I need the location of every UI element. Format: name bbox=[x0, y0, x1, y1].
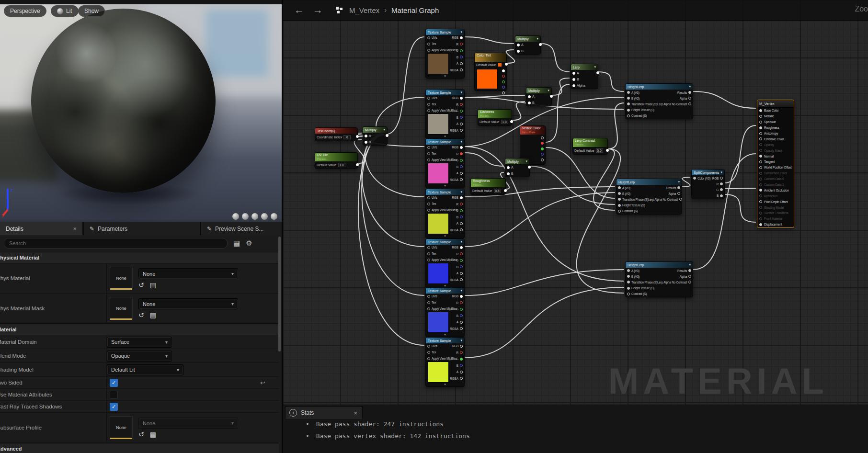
output-pin[interactable] bbox=[502, 91, 505, 94]
output-pin-r[interactable] bbox=[460, 43, 463, 45]
texture-thumbnail[interactable] bbox=[428, 213, 449, 234]
preview-shape-plane-button[interactable] bbox=[261, 213, 268, 220]
input-pin-displacement[interactable] bbox=[759, 223, 762, 226]
input-pin-a[interactable] bbox=[365, 135, 367, 137]
reset-to-default-icon[interactable]: ↩ bbox=[260, 379, 265, 386]
node-texcoord-0-texcoord[interactable]: TexCoord[0]Coordinate Index0 bbox=[315, 127, 358, 141]
input-pin-b-v3[interactable] bbox=[627, 275, 630, 278]
node-heightlerp-hl1[interactable]: HeightLerp▾A (V3)ResultsB (V3)AlphaTrans… bbox=[625, 83, 693, 119]
output-pin[interactable] bbox=[541, 142, 544, 145]
node-roughness-roughness[interactable]: RoughnessParam...Default Value0.5 bbox=[470, 178, 506, 195]
browse-asset-icon[interactable]: ▤ bbox=[150, 312, 156, 318]
output-pin[interactable] bbox=[502, 80, 505, 83]
texture-thumbnail[interactable] bbox=[428, 312, 449, 333]
collapse-chevron-icon[interactable]: ▾ bbox=[444, 383, 446, 386]
input-pin-shading-model[interactable] bbox=[759, 206, 762, 209]
input-pin-b[interactable] bbox=[528, 102, 531, 104]
node-texture-sample-ts3[interactable]: Texture Sample▾UVsTexApply View MipBiasR… bbox=[425, 138, 465, 188]
preview-shape-custom-button[interactable] bbox=[270, 213, 278, 220]
output-pin[interactable] bbox=[504, 189, 507, 192]
input-pin-pixel-depth-offset[interactable] bbox=[759, 200, 762, 203]
input-pin-ambient-occlusion[interactable] bbox=[759, 189, 762, 192]
node-lerp-lerp1[interactable]: Lerp▾ABAlpha bbox=[571, 64, 598, 89]
shading-model-dropdown[interactable]: Default Lit▾ bbox=[107, 364, 183, 375]
output-pin-g[interactable] bbox=[460, 259, 463, 262]
input-pin-a-v3[interactable] bbox=[627, 269, 630, 272]
input-pin-tex[interactable] bbox=[427, 252, 430, 255]
output-pin-lerp-alpha-no-contrast[interactable] bbox=[679, 198, 682, 201]
input-pin-alpha[interactable] bbox=[572, 84, 575, 87]
output-pin-rgb[interactable] bbox=[460, 246, 463, 249]
output-pin-alpha[interactable] bbox=[688, 275, 691, 278]
output-pin[interactable] bbox=[541, 147, 544, 150]
output-pin-g[interactable] bbox=[460, 209, 463, 212]
collapse-chevron-icon[interactable]: ▾ bbox=[444, 74, 446, 78]
property-matrix-icon[interactable]: ▦ bbox=[233, 239, 240, 248]
input-pin-custom-data-1[interactable] bbox=[759, 183, 762, 186]
texture-thumbnail[interactable] bbox=[428, 53, 449, 74]
input-pin-surface-thickness[interactable] bbox=[759, 212, 762, 215]
input-pin-roughness[interactable] bbox=[759, 126, 762, 129]
chevron-down-icon[interactable]: ▾ bbox=[460, 289, 462, 293]
input-pin-subsurface-color[interactable] bbox=[759, 172, 762, 175]
input-pin-b[interactable] bbox=[365, 141, 367, 144]
output-pin-b[interactable] bbox=[460, 364, 463, 367]
search-input[interactable] bbox=[4, 238, 228, 249]
output-pin-results[interactable] bbox=[688, 269, 691, 272]
input-pin-tex[interactable] bbox=[427, 152, 430, 155]
input-pin-tangent[interactable] bbox=[759, 160, 762, 163]
texture-thumbnail[interactable] bbox=[428, 362, 449, 383]
output-pin-r[interactable] bbox=[460, 252, 463, 255]
color-swatch[interactable] bbox=[498, 63, 502, 67]
output-pin[interactable] bbox=[386, 134, 388, 137]
input-pin-uvs[interactable] bbox=[427, 36, 430, 39]
value-box[interactable]: 5.0 bbox=[596, 148, 603, 153]
input-pin-contrast-s[interactable] bbox=[627, 114, 630, 117]
input-pin-b[interactable] bbox=[507, 172, 510, 175]
node-texture-sample-ts1[interactable]: Texture Sample▾UVsTexApply View MipBiasR… bbox=[425, 29, 465, 79]
blend-mode-dropdown[interactable]: Opaque▾ bbox=[107, 351, 172, 362]
input-pin-opacity[interactable] bbox=[759, 143, 762, 146]
input-pin-b-v3[interactable] bbox=[627, 97, 630, 100]
collapse-chevron-icon[interactable]: ▾ bbox=[444, 234, 446, 238]
two-sided-checkbox[interactable]: ✓ bbox=[110, 379, 118, 387]
input-pin-apply-view-mipbias[interactable] bbox=[427, 49, 430, 52]
input-pin-b-v3[interactable] bbox=[618, 192, 621, 195]
back-arrow-icon[interactable]: ← bbox=[294, 4, 304, 16]
output-pin-a[interactable] bbox=[460, 123, 463, 125]
node-darkness-darkness[interactable]: DarknessParam...Default Value1.0 bbox=[478, 109, 512, 126]
input-pin-custom-data-0[interactable] bbox=[759, 178, 762, 181]
output-pin[interactable] bbox=[502, 69, 505, 72]
input-pin-emissive-color[interactable] bbox=[759, 137, 762, 140]
input-pin-b[interactable] bbox=[572, 78, 575, 81]
node-m-vertex-mvertex[interactable]: M_VertexBase ColorMetallicSpecularRoughn… bbox=[757, 100, 794, 228]
tab-parameters[interactable]: ✎ Parameters bbox=[84, 222, 200, 235]
output-pin-g[interactable] bbox=[460, 308, 463, 311]
output-pin-b[interactable] bbox=[460, 165, 463, 168]
output-pin-rgba[interactable] bbox=[460, 68, 463, 71]
input-pin-height-texture-s[interactable] bbox=[618, 204, 621, 207]
output-pin[interactable] bbox=[356, 163, 359, 166]
output-pin[interactable] bbox=[596, 71, 599, 74]
output-pin-a[interactable] bbox=[460, 272, 463, 275]
node-multiply-mul_d[interactable]: Multiply▾AB bbox=[505, 158, 530, 177]
asset-dropdown[interactable]: None▾ bbox=[138, 298, 238, 309]
output-pin-r[interactable] bbox=[460, 152, 463, 155]
output-pin-b[interactable] bbox=[720, 194, 723, 197]
node-lerp-contrast-lerpcontrast[interactable]: Lerp ContrastParam...Default Value5.0 bbox=[572, 138, 608, 155]
node-uv-tile-uvtile[interactable]: UV TileParam...Default Value1.0 bbox=[315, 152, 358, 169]
asset-thumbnail[interactable]: None bbox=[110, 297, 133, 320]
perspective-button[interactable]: Perspective bbox=[4, 5, 46, 17]
output-pin-b[interactable] bbox=[460, 116, 463, 119]
use-selected-icon[interactable]: ↺ bbox=[138, 282, 144, 288]
input-pin-apply-view-mipbias[interactable] bbox=[427, 259, 430, 261]
chevron-down-icon[interactable]: ▾ bbox=[460, 140, 462, 144]
output-pin-g[interactable] bbox=[460, 358, 463, 361]
input-pin-specular[interactable] bbox=[759, 121, 762, 124]
value-box[interactable]: 0.5 bbox=[494, 189, 501, 193]
show-menu-button[interactable]: Show bbox=[78, 5, 105, 17]
chevron-down-icon[interactable]: ▾ bbox=[460, 190, 462, 194]
breadcrumb-asset-name[interactable]: M_Vertex bbox=[349, 6, 379, 14]
input-pin-front-material[interactable] bbox=[759, 217, 762, 220]
output-pin[interactable] bbox=[356, 135, 359, 138]
